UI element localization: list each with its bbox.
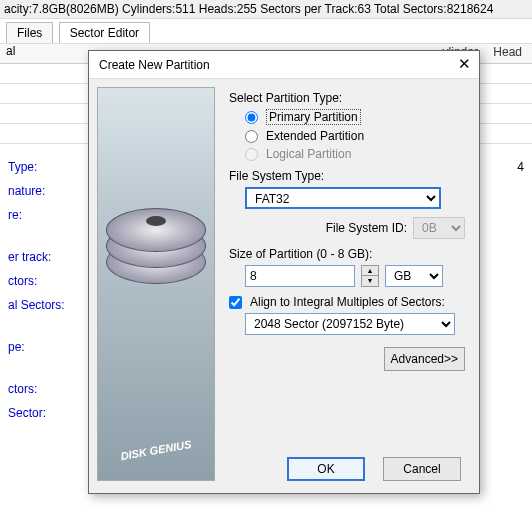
radio-logical-input xyxy=(245,148,258,161)
fs-id-select: 0B xyxy=(413,217,465,239)
tab-sector-editor[interactable]: Sector Editor xyxy=(59,22,150,43)
dialog-form: Select Partition Type: Primary Partition… xyxy=(223,79,479,489)
disk-info-bar: acity:7.8GB(8026MB) Cylinders:511 Heads:… xyxy=(0,0,532,19)
prop-type-val: 4 xyxy=(517,160,524,174)
radio-logical: Logical Partition xyxy=(245,147,465,161)
radio-primary[interactable]: Primary Partition xyxy=(245,109,465,125)
radio-primary-input[interactable] xyxy=(245,111,258,124)
create-partition-dialog: Create New Partition ✕ DISK GENIUS Selec… xyxy=(88,50,480,494)
dialog-side-image: DISK GENIUS xyxy=(97,87,215,481)
spinner-down-icon[interactable]: ▼ xyxy=(362,276,378,286)
align-select[interactable]: 2048 Sector (2097152 Byte) xyxy=(245,313,455,335)
size-label: Size of Partition (0 - 8 GB): xyxy=(229,247,465,261)
size-spinner[interactable]: ▲ ▼ xyxy=(361,265,379,287)
radio-extended-input[interactable] xyxy=(245,130,258,143)
brand-label: DISK GENIUS xyxy=(98,434,214,466)
dialog-titlebar: Create New Partition ✕ xyxy=(89,51,479,79)
close-icon[interactable]: ✕ xyxy=(458,55,471,73)
fs-id-label: File System ID: xyxy=(326,221,407,235)
size-unit-select[interactable]: GB xyxy=(385,265,443,287)
ok-button[interactable]: OK xyxy=(287,457,365,481)
radio-extended-label: Extended Partition xyxy=(266,129,364,143)
select-partition-type-label: Select Partition Type: xyxy=(229,91,465,105)
col-head: Head xyxy=(487,42,528,62)
tab-files[interactable]: Files xyxy=(6,22,53,43)
align-label: Align to Integral Multiples of Sectors: xyxy=(250,295,445,309)
fs-type-label: File System Type: xyxy=(229,169,465,183)
tab-bar: Files Sector Editor xyxy=(0,19,532,44)
fs-type-select[interactable]: FAT32 xyxy=(245,187,441,209)
prop-type: Type: xyxy=(8,160,37,174)
size-input[interactable] xyxy=(245,265,355,287)
dialog-title: Create New Partition xyxy=(99,58,210,72)
align-checkbox-row[interactable]: Align to Integral Multiples of Sectors: xyxy=(229,295,465,309)
radio-primary-label: Primary Partition xyxy=(266,109,361,125)
spinner-up-icon[interactable]: ▲ xyxy=(362,266,378,276)
col-label: al xyxy=(0,41,21,61)
align-checkbox[interactable] xyxy=(229,296,242,309)
radio-extended[interactable]: Extended Partition xyxy=(245,129,465,143)
advanced-button[interactable]: Advanced>> xyxy=(384,347,465,371)
cancel-button[interactable]: Cancel xyxy=(383,457,461,481)
radio-logical-label: Logical Partition xyxy=(266,147,351,161)
